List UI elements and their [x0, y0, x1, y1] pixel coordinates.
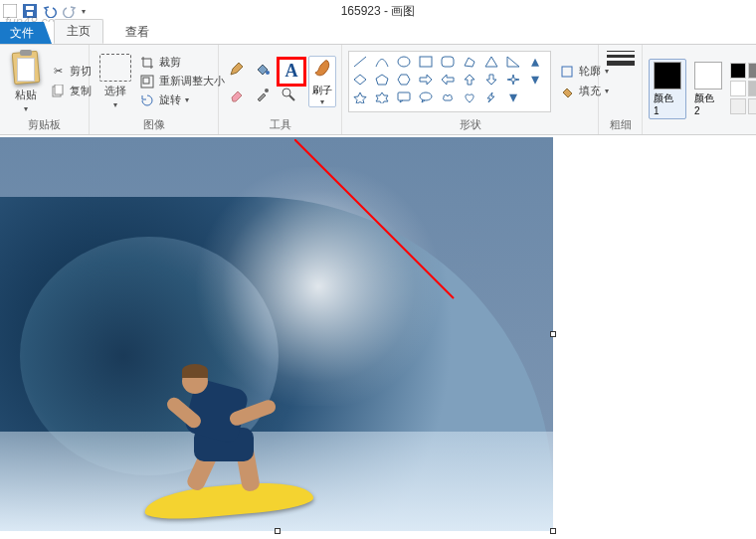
brush-button[interactable]: 刷子 ▾ [308, 56, 336, 107]
image-group-label: 图像 [90, 117, 218, 134]
pentagon-icon[interactable] [375, 74, 389, 86]
clipboard-group: 粘贴 ▾ ✂剪切 复制 剪贴板 [0, 45, 90, 134]
triangle-icon[interactable] [484, 56, 498, 68]
paste-label: 粘贴 [15, 88, 37, 102]
palette-swatch[interactable] [748, 81, 756, 96]
surfer-figure [134, 366, 284, 515]
tools-group: A 刷子 ▾ 工具 [219, 45, 342, 134]
line-icon[interactable] [353, 56, 367, 68]
polygon-icon[interactable] [463, 56, 476, 68]
select-button[interactable]: 选择 ▾ [95, 52, 135, 111]
select-label: 选择 [104, 84, 126, 98]
eraser-tool[interactable] [225, 83, 249, 106]
roundrect-icon[interactable] [441, 56, 455, 68]
copy-icon [50, 84, 66, 99]
shapes-group-label: 形状 [342, 117, 598, 134]
more-icon[interactable]: ▾ [506, 91, 520, 103]
palette-swatch[interactable] [730, 81, 746, 96]
arrow-left-icon[interactable] [441, 74, 455, 86]
tools-group-label: 工具 [219, 117, 341, 134]
scroll-up-icon[interactable]: ▴ [528, 56, 542, 68]
scroll-down-icon[interactable]: ▾ [528, 74, 542, 86]
star5-icon[interactable] [353, 91, 367, 103]
arrow-up-icon[interactable] [463, 74, 476, 86]
color2-button[interactable]: 颜色 2 [690, 60, 726, 118]
crop-button[interactable]: 裁剪 [137, 54, 227, 72]
resize-handle[interactable] [275, 528, 281, 534]
lightning-icon[interactable] [484, 91, 498, 103]
cut-button[interactable]: ✂剪切 [48, 63, 94, 81]
callout-rect-icon[interactable] [397, 91, 411, 103]
svg-rect-5 [55, 85, 63, 94]
shapes-group: ▴ ▾ ▾ 轮廓▾ 填充▾ [342, 45, 599, 134]
rect-icon[interactable] [419, 56, 433, 68]
palette-swatch[interactable] [748, 98, 756, 114]
clipboard-group-label: 剪贴板 [0, 117, 89, 134]
pencil-tool[interactable] [225, 57, 249, 81]
outline-icon [559, 64, 575, 80]
star4-icon[interactable] [506, 74, 520, 86]
chevron-down-icon: ▾ [185, 95, 189, 104]
clipboard-icon [11, 50, 41, 86]
svg-rect-18 [562, 67, 572, 77]
svg-rect-14 [420, 57, 432, 67]
palette-swatch[interactable] [730, 98, 746, 114]
fill-tool[interactable] [251, 57, 275, 81]
svg-point-13 [398, 57, 410, 67]
tool-grid: A [225, 57, 300, 106]
thickness-group: 粗细 [599, 45, 643, 134]
svg-line-11 [289, 95, 294, 100]
rotate-button[interactable]: 旋转▾ [137, 91, 227, 109]
palette-swatch[interactable] [730, 63, 746, 79]
svg-rect-16 [398, 92, 410, 100]
qat-more-icon[interactable]: ▾ [82, 7, 86, 16]
picker-tool[interactable] [251, 83, 275, 106]
diamond-icon[interactable] [353, 74, 367, 86]
palette-swatch[interactable] [748, 63, 756, 79]
callout-cloud-icon[interactable] [441, 91, 455, 103]
image-group: 选择 ▾ 裁剪 重新调整大小 旋转▾ 图像 [90, 45, 219, 134]
copy-button[interactable]: 复制 [48, 83, 94, 100]
heart-icon[interactable] [463, 91, 476, 103]
select-icon [99, 54, 131, 82]
chevron-down-icon: ▾ [113, 100, 117, 109]
line-icon [607, 51, 635, 52]
color1-swatch [654, 62, 681, 90]
svg-rect-2 [26, 6, 34, 10]
magnifier-tool[interactable] [277, 83, 300, 106]
color-palette [730, 63, 756, 114]
curve-icon[interactable] [375, 56, 389, 68]
arrow-down-icon[interactable] [484, 74, 498, 86]
canvas-image[interactable] [0, 137, 553, 531]
resize-handle[interactable] [550, 528, 556, 534]
canvas-area[interactable] [0, 135, 756, 539]
shapes-gallery[interactable]: ▴ ▾ ▾ [348, 51, 551, 112]
oval-icon[interactable] [397, 56, 411, 68]
home-tab[interactable]: 主页 [54, 19, 103, 44]
resize-button[interactable]: 重新调整大小 [137, 73, 227, 90]
arrow-right-icon[interactable] [419, 74, 433, 86]
scissors-icon: ✂ [50, 64, 66, 80]
svg-line-12 [354, 57, 366, 67]
thickness-button[interactable] [603, 47, 639, 70]
resize-handle[interactable] [550, 331, 556, 337]
svg-point-10 [283, 89, 290, 96]
chevron-down-icon: ▾ [24, 104, 28, 113]
paste-button[interactable]: 粘贴 ▾ [6, 48, 46, 115]
bucket-icon [559, 84, 575, 99]
color1-button[interactable]: 颜色 1 [649, 59, 686, 119]
svg-point-9 [265, 89, 269, 92]
file-tab[interactable]: 文件 [0, 22, 44, 44]
brush-icon [309, 57, 335, 84]
right-triangle-icon[interactable] [506, 56, 520, 68]
window-title: 165923 - 画图 [341, 3, 416, 20]
resize-icon [139, 74, 155, 90]
crop-icon [139, 55, 155, 71]
view-tab[interactable]: 查看 [113, 21, 161, 44]
star6-icon[interactable] [375, 91, 389, 103]
callout-oval-icon[interactable] [419, 91, 433, 103]
svg-point-8 [266, 71, 270, 75]
rotate-icon [139, 92, 155, 108]
hexagon-icon[interactable] [397, 74, 411, 86]
line-icon [607, 55, 635, 58]
